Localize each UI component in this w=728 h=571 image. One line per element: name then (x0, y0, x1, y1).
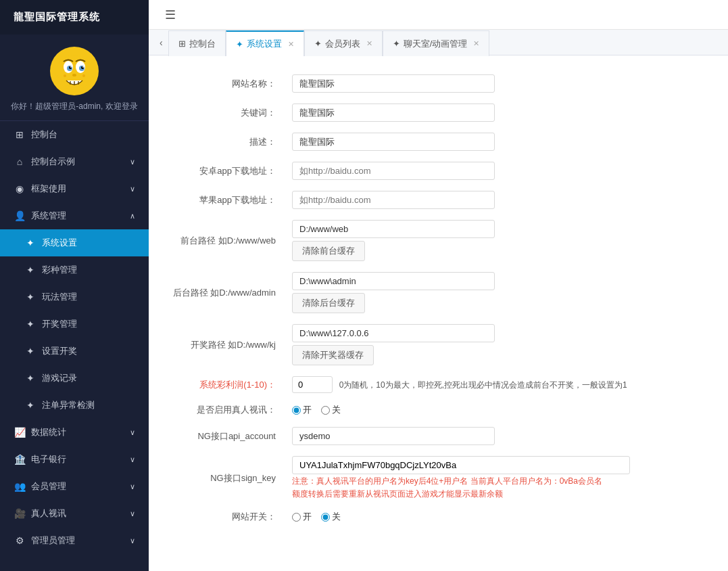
field-label-lottery-path: 开奖路径 如D:/www/kj (149, 319, 284, 371)
sidebar-item-e-bank[interactable]: 🏦 电子银行 ∨ (0, 446, 149, 473)
ios-url-input[interactable] (292, 191, 495, 209)
field-value-ng-account (284, 421, 728, 451)
field-label-site-name: 网站名称： (149, 69, 284, 98)
live-video-on-radio[interactable] (292, 406, 301, 415)
chevron-down-icon: ∨ (130, 536, 135, 545)
form-row-backend-path: 后台路径 如D:/www/admin 清除后台缓存 (149, 267, 728, 319)
tab-label: 系统设置 (247, 38, 282, 50)
sidebar-item-label: 控制台 (31, 129, 57, 141)
sidebar-menu: ⊞ 控制台 ⌂ 控制台示例 ∨ ◉ 框架使用 ∨ 👤 系统管理 ∧ ✦ 系统设置… (0, 121, 149, 571)
site-open-off-radio[interactable] (321, 513, 330, 522)
svg-point-10 (72, 74, 76, 76)
members-icon: 👥 (14, 481, 26, 492)
sidebar-item-label: 注单异常检测 (42, 399, 95, 411)
chevron-down-icon: ∨ (130, 428, 135, 437)
tab-label: 聊天室/动画管理 (404, 38, 468, 50)
star-icon: ✦ (24, 265, 37, 275)
description-input[interactable] (292, 133, 495, 151)
tab-close-button[interactable]: ✕ (366, 39, 372, 48)
profit-input[interactable] (292, 376, 333, 393)
sidebar-item-label: 控制台示例 (31, 156, 75, 168)
clear-frontend-cache-button[interactable]: 清除前台缓存 (292, 241, 365, 261)
form-row-profit: 系统彩利润(1-10)： 0为随机，10为最大，即控死,控死出现必中情况会造成前… (149, 371, 728, 398)
field-label-site-open: 网站开关： (149, 505, 284, 528)
gear-icon: ⚙ (14, 535, 26, 546)
sidebar-item-data-stats[interactable]: 📈 数据统计 ∨ (0, 419, 149, 446)
frontend-path-input[interactable] (292, 220, 495, 238)
form-row-site-name: 网站名称： (149, 69, 728, 98)
menu-toggle-button[interactable]: ☰ (160, 5, 181, 25)
sidebar-item-system-mgmt[interactable]: 👤 系统管理 ∧ (0, 202, 149, 229)
lottery-path-input[interactable] (292, 324, 495, 342)
field-value-keywords (284, 98, 728, 127)
field-value-live-video: 开 关 (284, 398, 728, 421)
sidebar-item-label: 真人视讯 (31, 507, 66, 520)
tab-prev-button[interactable]: ‹ (154, 30, 168, 55)
topbar: ☰ (149, 0, 728, 30)
avatar (50, 47, 99, 95)
field-value-ios-url (284, 185, 728, 214)
field-label-keywords: 关键词： (149, 98, 284, 127)
android-url-input[interactable] (292, 162, 495, 180)
sidebar-item-framework[interactable]: ◉ 框架使用 ∨ (0, 175, 149, 202)
sidebar-item-set-draw[interactable]: ✦ 设置开奖 (0, 338, 149, 365)
sidebar-item-lottery-mgmt[interactable]: ✦ 彩种管理 (0, 256, 149, 283)
tab-close-button[interactable]: ✕ (288, 40, 294, 49)
chevron-up-icon: ∧ (130, 212, 135, 221)
live-video-off-text: 关 (332, 404, 341, 416)
ng-account-input[interactable] (292, 427, 495, 445)
field-value-site-open: 开 关 (284, 505, 728, 528)
field-value-profit: 0为随机，10为最大，即控死,控死出现必中情况会造成前台不开奖，一般设置为1 (284, 371, 728, 398)
clear-lottery-cache-button[interactable]: 清除开奖器缓存 (292, 345, 374, 365)
sidebar-item-label: 会员管理 (31, 480, 66, 493)
backend-path-input[interactable] (292, 272, 495, 290)
svg-point-9 (82, 66, 84, 68)
sidebar-item-admin-mgmt[interactable]: ⚙ 管理员管理 ∨ (0, 527, 149, 554)
sidebar-item-dashboard-examples[interactable]: ⌂ 控制台示例 ∨ (0, 148, 149, 175)
field-label-ios-url: 苹果app下载地址： (149, 185, 284, 214)
sidebar-item-label: 数据统计 (31, 426, 66, 438)
home-icon: ⌂ (14, 156, 26, 167)
star-icon: ✦ (24, 373, 37, 384)
bank-icon: 🏦 (14, 454, 26, 465)
live-video-on-label[interactable]: 开 (292, 404, 312, 416)
clear-backend-cache-button[interactable]: 清除后台缓存 (292, 293, 365, 313)
sidebar-item-label: 框架使用 (31, 183, 66, 195)
sidebar-item-play-mgmt[interactable]: ✦ 玩法管理 (0, 283, 149, 311)
sidebar-item-member-mgmt[interactable]: 👥 会员管理 ∨ (0, 473, 149, 500)
stats-icon: 📈 (14, 427, 26, 438)
star-icon: ✦ (24, 237, 37, 248)
settings-form: 网站名称： 关键词： 描述： (149, 69, 728, 528)
form-row-site-open: 网站开关： 开 关 (149, 505, 728, 528)
keywords-input[interactable] (292, 104, 495, 122)
field-label-backend-path: 后台路径 如D:/www/admin (149, 267, 284, 319)
site-open-off-label[interactable]: 关 (321, 511, 341, 523)
sidebar-item-dashboard[interactable]: ⊞ 控制台 (0, 121, 149, 148)
sidebar-item-live-casino[interactable]: 🎥 真人视讯 ∨ (0, 500, 149, 527)
tab-control[interactable]: ⊞ 控制台 (168, 30, 226, 56)
tab-close-button[interactable]: ✕ (473, 39, 479, 48)
tab-system-settings[interactable]: ✦ 系统设置 ✕ (226, 30, 304, 56)
field-value-site-name (284, 69, 728, 98)
site-name-input[interactable] (292, 74, 495, 93)
svg-point-14 (64, 74, 66, 77)
live-video-off-label[interactable]: 关 (321, 404, 341, 416)
chevron-down-icon: ∨ (130, 185, 135, 193)
field-label-description: 描述： (149, 127, 284, 156)
sidebar-item-system-settings[interactable]: ✦ 系统设置 (0, 229, 149, 256)
live-video-off-radio[interactable] (321, 406, 330, 415)
tab-label: 会员列表 (325, 38, 360, 50)
sidebar-item-game-log[interactable]: ✦ 游戏记录 (0, 365, 149, 392)
live-video-radio-group: 开 关 (292, 404, 720, 416)
ng-signkey-input[interactable] (292, 456, 630, 474)
app-title: 龍聖国际管理系统 (0, 0, 149, 35)
svg-point-15 (82, 74, 85, 77)
tab-member-list[interactable]: ✦ 会员列表 ✕ (304, 30, 383, 56)
site-open-radio-group: 开 关 (292, 511, 720, 523)
sidebar-item-draw-mgmt[interactable]: ✦ 开奖管理 (0, 311, 149, 338)
sidebar-item-order-abnormal[interactable]: ✦ 注单异常检测 (0, 392, 149, 419)
site-open-on-radio[interactable] (292, 513, 301, 522)
tab-chat-mgmt[interactable]: ✦ 聊天室/动画管理 ✕ (383, 30, 490, 56)
user-icon: 👤 (14, 210, 26, 221)
site-open-on-label[interactable]: 开 (292, 511, 312, 523)
